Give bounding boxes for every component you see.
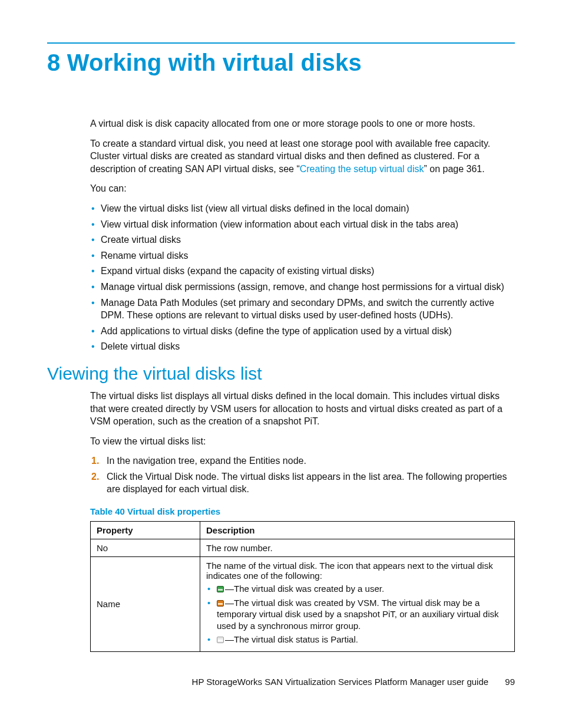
step-item: In the navigation tree, expand the Entit…: [107, 454, 515, 467]
desc-no: The row number.: [200, 539, 515, 557]
section1-para-2: To view the virtual disks list:: [90, 435, 515, 448]
chapter-title: Working with virtual disks: [67, 50, 362, 75]
you-can-label: You can:: [90, 182, 515, 195]
virtual-disk-properties-table: Property Description No The row number. …: [90, 521, 515, 652]
disk-vsm-icon: [217, 598, 224, 604]
list-item: View the virtual disks list (view all vi…: [101, 202, 515, 215]
chapter-number: 8: [47, 50, 60, 75]
list-item: Manage virtual disk permissions (assign,…: [101, 281, 515, 294]
table-row: Name The name of the virtual disk. The i…: [91, 557, 515, 652]
disk-user-icon: [217, 584, 224, 590]
top-rule: [47, 42, 515, 44]
svg-rect-1: [218, 589, 223, 591]
list-item: Delete virtual disks: [101, 340, 515, 353]
table-caption: Table 40 Virtual disk properties: [90, 506, 515, 516]
list-item: Manage Data Path Modules (set primary an…: [101, 297, 515, 322]
footer-text: HP StorageWorks SAN Virtualization Servi…: [192, 677, 489, 687]
prop-no: No: [91, 539, 200, 557]
desc-name-lead: The name of the virtual disk. The icon t…: [206, 561, 493, 581]
link-creating-setup-virtual-disk[interactable]: Creating the setup virtual disk: [300, 164, 424, 174]
list-item: —The virtual disk was created by a user.: [217, 583, 508, 595]
list-item: —The virtual disk status is Partial.: [217, 634, 508, 645]
step-item: Click the Virtual Disk node. The virtual…: [107, 470, 515, 496]
page-number: 99: [505, 677, 515, 687]
steps-list: In the navigation tree, expand the Entit…: [90, 454, 515, 496]
list-item: Add applications to virtual disks (defin…: [101, 325, 515, 338]
list-item: Expand virtual disks (expand the capacit…: [101, 265, 515, 278]
page-footer: HP StorageWorks SAN Virtualization Servi…: [47, 677, 515, 687]
svg-rect-3: [218, 603, 223, 605]
list-item: —The virtual disk was created by VSM. Th…: [217, 597, 508, 632]
prop-name: Name: [91, 557, 200, 652]
list-item: Create virtual disks: [101, 233, 515, 246]
section1-para-1: The virtual disks list displays all virt…: [90, 390, 515, 428]
disk-partial-icon: [217, 634, 224, 641]
intro-para-1: A virtual disk is disk capacity allocate…: [90, 117, 515, 130]
list-item: Rename virtual disks: [101, 249, 515, 262]
you-can-list: View the virtual disks list (view all vi…: [90, 202, 515, 353]
svg-rect-5: [218, 640, 223, 641]
list-item: View virtual disk information (view info…: [101, 218, 515, 231]
chapter-heading: 8 Working with virtual disks: [47, 50, 515, 76]
desc-name: The name of the virtual disk. The icon t…: [200, 557, 515, 652]
table-row: No The row number.: [91, 539, 515, 557]
section-heading-viewing: Viewing the virtual disks list: [47, 364, 515, 384]
col-header-description: Description: [200, 522, 515, 539]
intro-para-2: To create a standard virtual disk, you n…: [90, 137, 515, 176]
col-header-property: Property: [91, 522, 200, 539]
